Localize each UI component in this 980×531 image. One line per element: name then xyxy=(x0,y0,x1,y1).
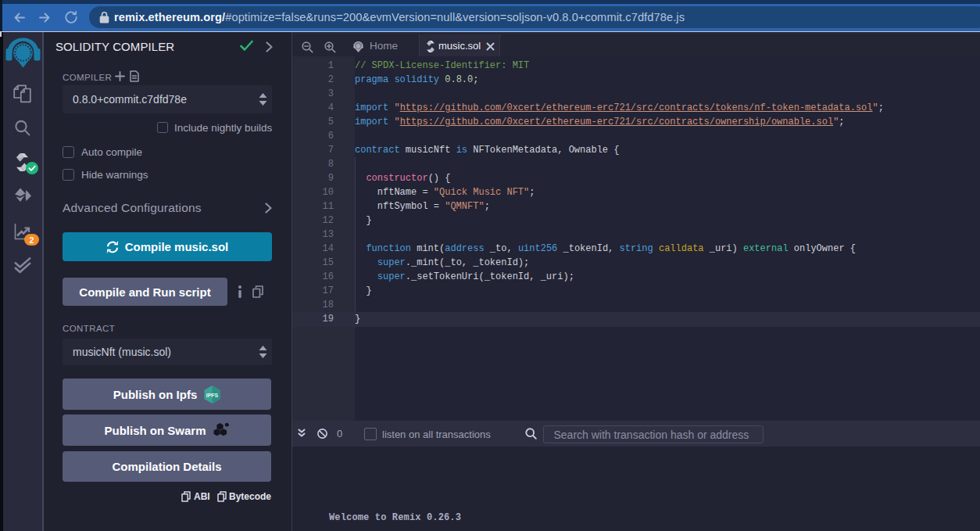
svg-text:IPFS: IPFS xyxy=(206,392,219,397)
